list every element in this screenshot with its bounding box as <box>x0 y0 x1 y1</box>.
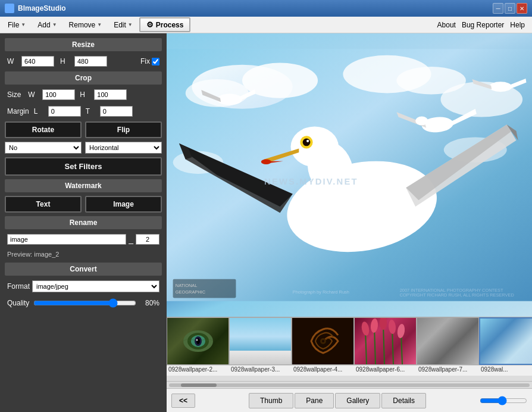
menu-bug-reporter[interactable]: Bug Reporter <box>462 21 504 29</box>
details-view-button[interactable]: Details <box>381 393 426 408</box>
thumbnail-label-6: 0928wal... <box>479 365 532 376</box>
title-bar: BImageStudio ─ □ ✕ <box>0 0 532 17</box>
thumbnail-label-4: 0928wallpaper-6... <box>354 365 417 376</box>
resize-fix-label: Fix <box>140 57 150 65</box>
maximize-button[interactable]: □ <box>505 3 515 14</box>
thumbnail-label-1: 0928wallpaper-2... <box>167 365 229 376</box>
list-item[interactable]: 0928wallpaper-4... <box>292 317 354 381</box>
minimize-button[interactable]: ─ <box>493 3 503 14</box>
rename-input[interactable] <box>7 234 126 245</box>
convert-format-row: Format image/jpeg image/png image/gif im… <box>5 279 162 294</box>
convert-format-label: Format <box>7 282 30 291</box>
thumbnail-5[interactable] <box>417 317 479 365</box>
rename-header: Rename <box>5 216 162 229</box>
resize-h-label: H <box>60 57 72 65</box>
app-icon <box>5 4 14 13</box>
rotate-flip-btns: Rotate Flip <box>5 121 162 138</box>
watermark-text-button[interactable]: Text <box>5 196 82 213</box>
crop-t-label: T <box>86 107 98 116</box>
resize-header: Resize <box>5 38 162 51</box>
crop-l-input[interactable] <box>48 106 81 117</box>
thumbnail-4[interactable] <box>354 317 417 365</box>
crop-t-input[interactable] <box>100 106 133 117</box>
svg-text:Photograph by Richard Rush: Photograph by Richard Rush <box>293 289 349 295</box>
svg-point-44 <box>396 323 405 338</box>
list-item[interactable]: 0928wallpaper-7... <box>417 317 479 381</box>
menu-help[interactable]: Help <box>510 21 525 29</box>
rename-separator: _ <box>129 235 133 244</box>
rename-preview-row: Preview: image_2 <box>5 249 162 259</box>
menu-process[interactable]: ⚙ Process <box>139 17 191 32</box>
svg-line-38 <box>392 329 393 364</box>
resize-h-input[interactable] <box>74 56 107 67</box>
svg-point-19 <box>217 93 242 105</box>
menu-right: About Bug Reporter Help <box>437 21 530 29</box>
convert-header: Convert <box>5 263 162 276</box>
thumbnail-6[interactable] <box>479 317 532 365</box>
svg-point-13 <box>303 139 311 146</box>
crop-h-input[interactable] <box>94 89 127 100</box>
svg-point-31 <box>196 338 200 344</box>
list-item[interactable]: 0928wallpaper-3... <box>229 317 292 381</box>
menu-bar: File ▼ Add ▼ Remove ▼ Edit ▼ ⚙ Process A… <box>0 17 532 33</box>
pane-view-button[interactable]: Pane <box>295 393 334 408</box>
list-item[interactable]: 0928wal... <box>479 317 532 381</box>
view-buttons: Thumb Pane Gallery Details <box>249 393 426 408</box>
left-panel: Resize W H Fix Crop Size W H Margin L T <box>0 33 167 412</box>
convert-quality-value: 80% <box>139 299 159 307</box>
zoom-slider[interactable] <box>480 396 527 405</box>
list-item[interactable]: 0928wallpaper-6... <box>354 317 417 381</box>
thumbnail-label-2: 0928wallpaper-3... <box>229 365 292 376</box>
crop-w-label: W <box>28 90 40 99</box>
menu-remove[interactable]: Remove ▼ <box>64 18 108 32</box>
convert-quality-slider[interactable] <box>33 298 136 308</box>
zoom-control <box>480 396 527 405</box>
set-filters-button[interactable]: Set Filters <box>5 157 162 176</box>
crop-l-label: L <box>34 107 46 116</box>
close-button[interactable]: ✕ <box>517 3 527 14</box>
resize-form-row: W H Fix <box>5 55 162 68</box>
menu-file[interactable]: File ▼ <box>2 18 31 32</box>
thumbnail-1[interactable] <box>167 317 229 365</box>
right-panel: NEWS.MYDIV.NET NATIONAL GEOGRAPHIC Photo… <box>167 33 532 412</box>
resize-fix-row: Fix <box>140 57 159 65</box>
resize-w-label: W <box>7 57 19 65</box>
title-bar-left: BImageStudio <box>5 4 66 13</box>
svg-text:COPYRIGHT RICHARD RUSH, ALL RI: COPYRIGHT RICHARD RUSH, ALL RIGHTS RESER… <box>400 292 514 298</box>
menu-add[interactable]: Add ▼ <box>32 18 62 32</box>
crop-w-input[interactable] <box>42 89 75 100</box>
svg-point-43 <box>388 320 396 335</box>
thumb-view-button[interactable]: Thumb <box>249 393 293 408</box>
svg-point-14 <box>306 140 309 142</box>
gallery-view-button[interactable]: Gallery <box>335 393 380 408</box>
svg-rect-21 <box>173 279 236 298</box>
convert-format-select[interactable]: image/jpeg image/png image/gif image/bmp… <box>32 280 159 292</box>
svg-point-40 <box>361 321 370 336</box>
svg-point-42 <box>380 318 387 330</box>
convert-quality-row: Quality 80% <box>5 297 162 309</box>
thumb-row: 0928wallpaper-2... 0928wallpaper-3... <box>167 317 532 381</box>
thumbnail-2[interactable] <box>229 317 292 365</box>
main-image: NEWS.MYDIV.NET NATIONAL GEOGRAPHIC Photo… <box>167 33 532 317</box>
resize-w-input[interactable] <box>21 56 54 67</box>
image-area: NEWS.MYDIV.NET NATIONAL GEOGRAPHIC Photo… <box>167 33 532 317</box>
nav-prev-button[interactable]: << <box>171 394 195 408</box>
crop-header: Crop <box>5 71 162 85</box>
thumbnail-strip: 0928wallpaper-2... 0928wallpaper-3... <box>167 317 532 388</box>
menu-about[interactable]: About <box>437 21 456 29</box>
rotate-button[interactable]: Rotate <box>5 121 82 138</box>
crop-size-row: Size W H <box>5 88 162 101</box>
menu-edit[interactable]: Edit ▼ <box>108 18 138 32</box>
resize-fix-checkbox[interactable] <box>152 58 159 65</box>
scroll-handle[interactable] <box>181 383 217 387</box>
menu-left: File ▼ Add ▼ Remove ▼ Edit ▼ ⚙ Process <box>2 17 190 32</box>
flip-button[interactable]: Flip <box>85 121 162 138</box>
watermark-image-button[interactable]: Image <box>85 196 162 213</box>
crop-margin-row: Margin L T <box>5 105 162 118</box>
flip-select[interactable]: Horizontal Vertical Both None <box>85 142 162 154</box>
list-item[interactable]: 0928wallpaper-2... <box>167 317 229 381</box>
scroll-track[interactable] <box>169 383 530 387</box>
thumbnail-3[interactable] <box>292 317 354 365</box>
rotate-select[interactable]: No 90 CW 90 CCW 180 <box>5 142 82 154</box>
rename-num-input[interactable] <box>136 234 159 245</box>
